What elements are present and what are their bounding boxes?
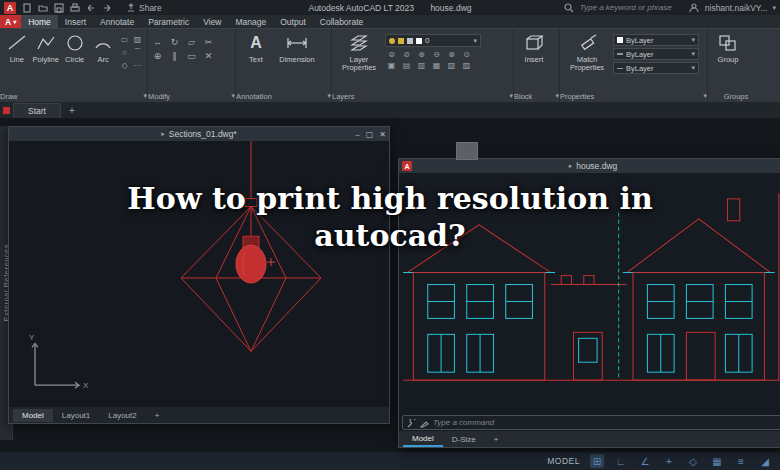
- clean-screen-icon[interactable]: ◢: [758, 454, 772, 468]
- rotate-icon[interactable]: ↻: [169, 36, 180, 47]
- ortho-icon[interactable]: ∟: [614, 454, 628, 468]
- copy-icon[interactable]: ⊕: [152, 50, 163, 61]
- minimize-button[interactable]: –: [355, 130, 359, 139]
- redo-icon[interactable]: [101, 2, 112, 13]
- print-icon[interactable]: [69, 2, 80, 13]
- group-tool[interactable]: Group: [712, 32, 744, 64]
- line-tool[interactable]: Line: [4, 32, 30, 64]
- restore-button[interactable]: ▢: [366, 130, 374, 139]
- customization-icon[interactable]: ≡: [734, 454, 748, 468]
- sections-drawing-canvas[interactable]: X Y: [9, 141, 389, 407]
- layer-thaw-icon[interactable]: ⊗: [445, 50, 458, 59]
- user-avatar-icon[interactable]: [689, 2, 700, 13]
- tab-annotate[interactable]: Annotate: [93, 15, 141, 28]
- snap-icon[interactable]: +: [662, 454, 676, 468]
- house-tab-dsize[interactable]: D-Size: [443, 433, 485, 446]
- open-folder-icon[interactable]: [37, 2, 48, 13]
- layer-walk-icon[interactable]: ▧: [445, 61, 458, 70]
- text-tool[interactable]: A Text: [240, 32, 272, 64]
- model-space-indicator[interactable]: MODEL: [547, 456, 580, 466]
- customize-icon[interactable]: [407, 414, 416, 432]
- groups-panel-label[interactable]: Groups: [708, 90, 764, 102]
- tab-manage[interactable]: Manage: [229, 15, 274, 28]
- tab-parametric[interactable]: Parametric: [141, 15, 196, 28]
- object-snap-icon[interactable]: ◇: [686, 454, 700, 468]
- arc-tool[interactable]: Arc: [90, 32, 116, 64]
- user-name[interactable]: nishant.naikVY...: [705, 3, 768, 13]
- layer-prev-icon[interactable]: ▥: [415, 61, 428, 70]
- properties-panel-label[interactable]: Properties ▾: [560, 90, 707, 102]
- command-line[interactable]: [402, 415, 780, 430]
- user-caret-icon[interactable]: ▾: [772, 4, 776, 12]
- polyline-tool[interactable]: Polyline: [33, 32, 59, 64]
- spline-icon[interactable]: ⌒: [132, 47, 143, 58]
- ellipse-icon[interactable]: ○: [119, 47, 130, 58]
- layers-flyout-caret-icon: ▾: [509, 92, 513, 100]
- stretch-icon[interactable]: ▭: [186, 50, 197, 61]
- tab-output[interactable]: Output: [273, 15, 313, 28]
- command-input[interactable]: [433, 418, 779, 427]
- trim-icon[interactable]: ✂: [203, 36, 214, 47]
- layer-dropdown[interactable]: 0 ▾: [385, 34, 481, 47]
- layer-unisolate-icon[interactable]: ⊖: [430, 50, 443, 59]
- close-button[interactable]: ✕: [379, 130, 386, 139]
- layer-isolate-icon[interactable]: ⊘: [400, 50, 413, 59]
- mirror-icon[interactable]: ▱: [186, 36, 197, 47]
- lineweight-display-icon[interactable]: ▦: [710, 454, 724, 468]
- sections-new-layout-button[interactable]: +: [146, 409, 169, 422]
- hatch-icon[interactable]: ▨: [132, 34, 143, 45]
- search-icon[interactable]: [564, 2, 575, 13]
- panel-annotation: A Text Dimension Annotation ▾: [236, 29, 332, 102]
- linetype-dropdown[interactable]: ByLayer ▾: [613, 62, 699, 74]
- polygon-icon[interactable]: ◇: [119, 60, 130, 71]
- grid-icon[interactable]: ⊞: [590, 454, 604, 468]
- layer-state-icon[interactable]: ▦: [430, 61, 443, 70]
- new-drawing-tab-button[interactable]: +: [61, 105, 83, 118]
- start-tab[interactable]: Start: [13, 103, 61, 118]
- erase-icon[interactable]: ✕: [203, 50, 214, 61]
- circle-tool[interactable]: Circle: [62, 32, 88, 64]
- block-panel-label[interactable]: Block ▾: [514, 90, 559, 102]
- more-draw-icon[interactable]: ⋯: [132, 60, 143, 71]
- dimension-tool[interactable]: Dimension: [275, 32, 319, 64]
- new-file-icon[interactable]: [21, 2, 32, 13]
- modify-panel-label[interactable]: Modify ▾: [148, 90, 235, 102]
- autocad-logo[interactable]: A: [4, 2, 16, 14]
- move-icon[interactable]: ↔: [152, 36, 163, 47]
- layer-merge-icon[interactable]: ▨: [460, 61, 473, 70]
- sections-tab-layout1[interactable]: Layout1: [53, 409, 99, 422]
- file-tab-bar: Start +: [0, 102, 780, 118]
- layer-freeze-tool-icon[interactable]: ⊕: [415, 50, 428, 59]
- layer-properties-tool[interactable]: Layer Properties: [336, 32, 382, 72]
- undo-icon[interactable]: [85, 2, 96, 13]
- lineweight-dropdown[interactable]: ByLayer ▾: [613, 48, 699, 60]
- save-icon[interactable]: [53, 2, 64, 13]
- tab-collaborate[interactable]: Collaborate: [313, 15, 370, 28]
- house-tab-model[interactable]: Model: [403, 432, 443, 447]
- house-drawing-canvas[interactable]: [399, 173, 780, 414]
- tab-view[interactable]: View: [196, 15, 228, 28]
- sections-tab-model[interactable]: Model: [13, 409, 53, 422]
- share-button[interactable]: Share: [125, 2, 162, 13]
- sections-tab-layout2[interactable]: Layout2: [99, 409, 145, 422]
- tab-home[interactable]: Home: [21, 15, 58, 28]
- sections-window-titlebar[interactable]: ▸ Sections_01.dwg* – ▢ ✕: [9, 127, 389, 141]
- polar-tracking-icon[interactable]: ∠: [638, 454, 652, 468]
- house-window-titlebar[interactable]: A ▸ house.dwg: [399, 159, 780, 173]
- object-color-dropdown[interactable]: ByLayer ▾: [613, 34, 699, 46]
- application-menu-button[interactable]: A ▾: [0, 15, 21, 28]
- layer-unlock-icon[interactable]: ⊙: [460, 50, 473, 59]
- layer-make-current-icon[interactable]: ▣: [385, 61, 398, 70]
- annotation-panel-label[interactable]: Annotation ▾: [236, 90, 331, 102]
- rectangle-icon[interactable]: ▭: [119, 34, 130, 45]
- draw-panel-label[interactable]: Draw ▾: [0, 90, 147, 102]
- layers-panel-label[interactable]: Layers ▾: [332, 90, 513, 102]
- layer-match-icon[interactable]: ▤: [400, 61, 413, 70]
- insert-block-tool[interactable]: Insert: [518, 32, 550, 64]
- house-new-layout-button[interactable]: +: [485, 433, 508, 446]
- tab-insert[interactable]: Insert: [58, 15, 93, 28]
- search-input[interactable]: [580, 3, 684, 12]
- offset-icon[interactable]: ∥: [169, 50, 180, 61]
- layer-off-icon[interactable]: ⊜: [385, 50, 398, 59]
- match-properties-tool[interactable]: Match Properties: [564, 32, 610, 72]
